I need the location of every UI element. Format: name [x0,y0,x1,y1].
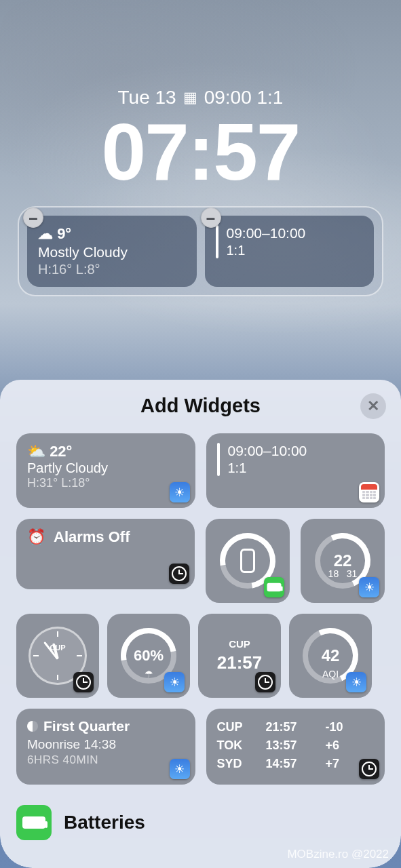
alarms-label: Alarms Off [54,528,130,546]
phone-icon [240,549,255,573]
world-row: CUP21:57-10 [217,718,375,736]
city-label: CUP [217,638,263,650]
remove-widget-button[interactable]: – [201,208,221,228]
clock-app-icon [359,759,379,779]
w1-hl: H:31° L:18° [27,476,185,490]
aqi-value: 42 [322,646,340,665]
moon-phase: First Quarter [43,718,130,734]
widget-temp-ring[interactable]: 22 18 31 ☀ [301,519,385,603]
clock-app-icon [73,672,94,692]
precip-value: 60% [134,647,164,665]
moon-icon [27,721,38,732]
category-label: Batteries [64,812,145,833]
widget-world-clock[interactable]: CUP21:57-10 TOK13:57+6 SYD14:57+7 [206,709,385,785]
cloud-icon: ☁ [38,225,53,242]
temp-ring-high: 31 [347,568,358,579]
category-batteries[interactable]: Batteries [16,805,385,840]
remove-widget-button[interactable]: – [23,208,43,228]
w1-cond: Partly Cloudy [27,460,185,476]
city-time-value: 21:57 [217,652,263,673]
alarm-clock-icon: ⏰ [27,528,45,546]
widget-moon-phase[interactable]: First Quarter Moonrise 14:38 6HRS 40MIN … [16,709,195,785]
calendar-app-icon [359,482,379,502]
clock-app-icon [169,564,189,584]
weather-app-icon: ☀ [170,482,190,502]
w1-temp: 22° [50,443,72,460]
widget-calendar-medium[interactable]: 09:00–10:00 1:1 [206,433,385,508]
lockscreen-widget-row: – ☁ 9° Mostly Cloudy H:16° L:8° – 09:00–… [18,206,383,296]
widget-city-time[interactable]: CUP 21:57 [198,614,281,698]
batteries-app-icon [264,577,284,597]
partly-cloudy-icon: ⛅ [27,443,45,460]
add-widgets-sheet: Add Widgets ✕ ⛅ 22° Partly Cloudy H:31° … [0,380,401,868]
moon-rise: Moonrise 14:38 [27,737,185,752]
weather-app-icon: ☀ [346,672,366,692]
lockscreen-time[interactable]: 07:57 [0,106,401,198]
world-row: TOK13:57+6 [217,736,375,755]
world-row: SYD14:57+7 [217,755,375,773]
lock-weather-temp: 9° [57,225,71,242]
lock-event-time: 09:00–10:00 [227,225,306,241]
calendar-icon: ▦ [183,89,197,106]
event-stripe [216,225,218,258]
temp-ring-low: 18 [328,568,339,579]
watermark: MOBzine.ro @2022 [287,848,389,861]
w2-title: 1:1 [228,460,307,476]
close-button[interactable]: ✕ [360,393,386,419]
temp-ring-value: 22 [334,551,352,570]
lockscreen-calendar-widget[interactable]: – 09:00–10:00 1:1 [205,216,375,287]
lock-event-title: 1:1 [227,243,306,258]
lock-weather-cond: Mostly Cloudy [38,244,186,260]
widget-alarms[interactable]: ⏰Alarms Off [16,519,195,589]
moon-duration: 6HRS 40MIN [27,753,185,767]
lockscreen-weather-widget[interactable]: – ☁ 9° Mostly Cloudy H:16° L:8° [27,216,197,287]
lock-weather-hl: H:16° L:8° [38,262,186,277]
widget-battery-ring[interactable] [206,519,290,603]
event-stripe [217,443,220,476]
sheet-title: Add Widgets [16,395,385,417]
clock-city: CUP [31,644,85,652]
weather-app-icon: ☀ [359,577,379,597]
clock-app-icon [255,672,275,692]
widget-precip-ring[interactable]: 60% ☂ ☀ [107,614,190,698]
widget-aqi-ring[interactable]: 42 AQI ☀ [289,614,372,698]
battery-icon [16,805,52,840]
weather-app-icon: ☀ [164,672,185,692]
w2-time: 09:00–10:00 [228,443,307,459]
widget-weather-medium[interactable]: ⛅ 22° Partly Cloudy H:31° L:18° ☀ [16,433,195,508]
widget-analog-clock[interactable]: CUP [16,614,99,698]
lockscreen-area: Tue 13 ▦ 09:00 1:1 07:57 – ☁ 9° Mostly C… [0,0,401,296]
weather-app-icon: ☀ [170,759,190,779]
